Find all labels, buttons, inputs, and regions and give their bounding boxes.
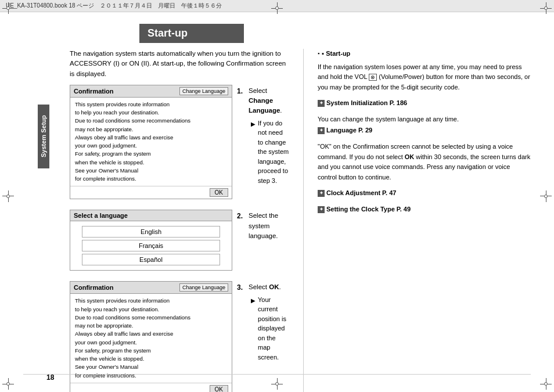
sidebar-label: System Setup — [38, 105, 49, 168]
step-2-content: Select the system language. — [249, 211, 289, 243]
column-divider — [303, 49, 304, 392]
right-panel-icon: ▪ — [318, 50, 319, 58]
step-3-content: Select OK. ▶ Your current position is di… — [249, 282, 289, 362]
section-system-init: ✦ System Initialization P. 186 — [318, 98, 531, 109]
arrow-icon-1: ▶ — [251, 118, 256, 128]
reg-mark-ml — [2, 190, 14, 202]
step-3-desc: Select OK. — [249, 282, 289, 292]
change-language-button-1[interactable]: Change Language — [179, 87, 228, 95]
right-panel-header: ▪ ▪ Start-up — [318, 49, 531, 59]
ref-icon-system-init: ✦ — [318, 100, 325, 107]
right-panel-title: ▪ Start-up — [322, 49, 350, 59]
ok-button-1[interactable]: OK — [210, 188, 228, 197]
section-clock-type: ✦ Setting the Clock Type P. 49 — [318, 204, 531, 215]
confirmation-body-2: This system provides route information t… — [70, 294, 232, 383]
reg-mark-br — [540, 378, 552, 390]
section-lang-change: You can change the system language at an… — [318, 114, 531, 136]
step-3-number: 3. — [237, 282, 243, 292]
right-column: ▪ ▪ Start-up If the navigation system lo… — [318, 49, 531, 392]
confirmation-header-2: Confirmation Change Language — [70, 282, 232, 294]
section-clock-adj: ✦ Clock Adjustment P. 47 — [318, 188, 531, 199]
ref-icon-clock-type: ✦ — [318, 206, 325, 213]
ref-language: ✦ Language P. 29 — [318, 125, 531, 136]
reg-mark-bl — [2, 378, 14, 390]
step-3-row: 3. Select OK. ▶ Your current position is… — [237, 282, 289, 362]
step-2-desc: Select the system language. — [249, 211, 289, 241]
step-1-content: Select Change Language. ▶ If you do not … — [249, 86, 289, 185]
bottom-divider — [23, 374, 531, 375]
intro-text: The navigation system starts automatical… — [70, 49, 289, 79]
ref-icon-language: ✦ — [318, 127, 325, 134]
confirmation-footer-2: OK — [70, 383, 232, 392]
lang-option-french[interactable]: Français — [82, 240, 220, 251]
confirmation-footer-1: OK — [70, 186, 232, 199]
page-title: Start-up — [139, 24, 244, 43]
ref-clock-type: ✦ Setting the Clock Type P. 49 — [318, 204, 531, 215]
section-power-loss: If the navigation system loses power at … — [318, 62, 531, 93]
confirmation-box-2: Confirmation Change Language This system… — [70, 281, 232, 392]
step-1-number: 1. — [237, 86, 243, 95]
confirmation-box-1: Confirmation Change Language This system… — [70, 85, 232, 200]
page-number: 18 — [46, 373, 54, 382]
ref-clock-adj: ✦ Clock Adjustment P. 47 — [318, 188, 531, 199]
reg-mark-mr — [540, 190, 552, 202]
language-select-header: Select a language — [70, 210, 232, 221]
ref-system-init: ✦ System Initialization P. 186 — [318, 98, 531, 109]
step-1-sub: ▶ If you do not need to change the syste… — [249, 118, 289, 186]
step-3-sub: ▶ Your current position is displayed on … — [249, 295, 289, 362]
vol-icon: ⊗ — [369, 74, 377, 81]
language-select-body: English Français Español — [70, 221, 232, 270]
step-2-row: 2. Select the system language. — [237, 211, 289, 243]
ref-icon-clock-adj: ✦ — [318, 190, 325, 197]
metadata-text: UE_KA-31T04800.book 18 ページ ２０１１年７月４日 月曜日… — [6, 2, 222, 10]
reg-mark-tm — [271, 2, 283, 14]
confirmation-header-1: Confirmation Change Language — [70, 85, 232, 98]
reg-mark-tr — [540, 2, 552, 14]
ok-button-2[interactable]: OK — [210, 385, 228, 392]
reg-mark-tl — [2, 2, 14, 14]
confirmation-body-1: This system provides route information t… — [70, 98, 232, 186]
confirmation-title-2: Confirmation — [74, 284, 113, 291]
arrow-icon-3: ▶ — [251, 295, 256, 305]
left-column: The navigation system starts automatical… — [70, 49, 289, 392]
lang-option-spanish[interactable]: Español — [82, 254, 220, 265]
confirmation-title-1: Confirmation — [74, 88, 113, 95]
section-ok-note: "OK" on the Confirmation screen cannot b… — [318, 142, 531, 182]
language-select-box: Select a language English Français Españ… — [70, 210, 232, 271]
step-2-number: 2. — [237, 211, 243, 220]
change-language-button-2[interactable]: Change Language — [179, 283, 228, 292]
step-1-row: 1. Select Change Language. ▶ If you do n… — [237, 86, 289, 185]
step-1-desc: Select Change Language. — [249, 86, 289, 116]
lang-option-english[interactable]: English — [82, 226, 220, 238]
reg-mark-bm — [271, 378, 283, 390]
